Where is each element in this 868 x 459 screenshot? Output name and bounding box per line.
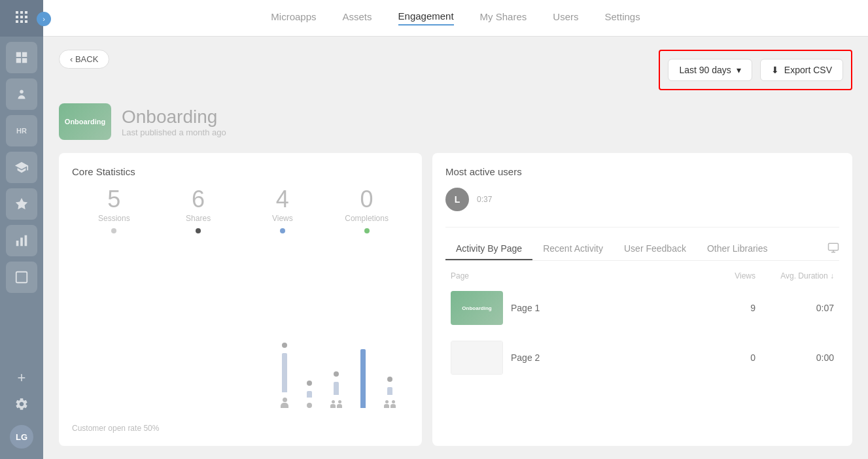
person-1 [281, 398, 288, 408]
dot-2 [307, 381, 312, 386]
app-thumbnail-text: Onboarding [65, 118, 105, 126]
chart-col-5 [384, 246, 396, 408]
page-thumbnail-1: Onboarding [451, 291, 503, 325]
header-controls: Last 90 days ▾ ⬇ Export CSV [659, 50, 852, 90]
export-label: Export CSV [784, 65, 832, 75]
sidebar-item-analytics[interactable] [6, 225, 37, 256]
most-active-title: Most active users [445, 166, 839, 177]
sessions-dot [111, 228, 116, 233]
stat-completions: 0 Completions [324, 188, 409, 233]
section-divider [445, 227, 839, 228]
shares-label: Shares [156, 214, 241, 223]
sessions-value: 5 [72, 188, 156, 211]
svg-rect-13 [16, 272, 27, 283]
sidebar-item-people[interactable] [6, 78, 37, 110]
tab-user-feedback[interactable]: User Feedback [614, 238, 697, 260]
persons-5 [384, 400, 396, 408]
svg-rect-6 [16, 20, 18, 23]
bar-chart [72, 246, 409, 408]
shares-dot [196, 228, 201, 233]
date-range-dropdown[interactable]: Last 90 days ▾ [668, 59, 752, 81]
app-title-info: Onboarding Last published a month ago [122, 107, 226, 137]
chart-col-3 [330, 246, 342, 408]
add-icon[interactable]: + [18, 369, 26, 386]
core-stats-title: Core Statistics [72, 166, 409, 177]
chart-col-1 [281, 246, 288, 408]
page-duration-2: 0:00 [755, 352, 834, 363]
nav-items: Microapps Assets Engagement My Shares Us… [271, 10, 640, 26]
user-avatar-l: L [445, 188, 469, 211]
svg-rect-0 [16, 11, 18, 14]
nav-myshares[interactable]: My Shares [480, 11, 527, 25]
views-value: 4 [241, 188, 325, 211]
nav-settings[interactable]: Settings [604, 11, 640, 25]
dot-5 [387, 377, 392, 382]
core-statistics-panel: Core Statistics 5 Sessions 6 Shares 4 [59, 153, 422, 446]
chart-bars-container [268, 246, 409, 408]
page-name-2: Page 2 [511, 352, 703, 363]
svg-rect-7 [20, 20, 23, 23]
user-avatar[interactable]: LG [10, 425, 33, 449]
col-views: Views [703, 271, 755, 280]
col-avg-duration: Avg. Duration ↓ [755, 271, 834, 280]
svg-rect-1 [20, 11, 23, 14]
app-published: Last published a month ago [122, 128, 226, 137]
svg-rect-8 [25, 20, 27, 23]
sidebar-item-hr[interactable]: HR [6, 115, 37, 146]
app-thumbnail: Onboarding [59, 103, 111, 140]
svg-rect-10 [16, 241, 19, 246]
persons-3 [330, 400, 342, 408]
tab-other-libraries[interactable]: Other Libraries [697, 238, 778, 260]
chevron-right-icon: › [43, 15, 45, 23]
tab-recent-activity[interactable]: Recent Activity [532, 238, 614, 260]
table-row: Page 2 0 0:00 [445, 335, 839, 380]
table-header: Page Views Avg. Duration ↓ [445, 269, 839, 283]
completions-value: 0 [324, 188, 409, 211]
page-content: ‹ BACK Last 90 days ▾ ⬇ Export CSV Onboa… [43, 37, 868, 459]
blank-thumb [451, 341, 503, 375]
stat-shares: 6 Shares [156, 188, 241, 233]
stats-row: 5 Sessions 6 Shares 4 Views [72, 188, 409, 233]
sidebar-item-dashboard[interactable] [6, 42, 37, 73]
bar-2 [307, 391, 312, 398]
svg-rect-12 [25, 235, 27, 246]
svg-point-9 [20, 90, 24, 94]
settings-icon[interactable] [14, 397, 29, 415]
col-page: Page [451, 271, 703, 280]
nav-assets[interactable]: Assets [343, 11, 372, 25]
sidebar-expand-button[interactable]: › [37, 12, 51, 26]
two-column-layout: Core Statistics 5 Sessions 6 Shares 4 [59, 153, 852, 446]
nav-microapps[interactable]: Microapps [271, 11, 316, 25]
back-button[interactable]: ‹ BACK [59, 50, 109, 69]
logo-icon [14, 9, 29, 28]
tab-activity-by-page[interactable]: Activity By Page [445, 238, 532, 260]
page-thumbnail-2 [451, 341, 503, 375]
stat-views: 4 Views [241, 188, 325, 233]
svg-rect-5 [25, 16, 27, 18]
sidebar-bottom: + LG [10, 369, 33, 459]
avatar-initials: LG [16, 432, 27, 442]
page-header-row: ‹ BACK Last 90 days ▾ ⬇ Export CSV [59, 50, 852, 90]
sidebar-item-learning[interactable] [6, 152, 37, 183]
svg-rect-2 [25, 11, 27, 14]
sidebar-item-box[interactable] [6, 262, 37, 293]
svg-rect-14 [829, 243, 839, 250]
user-time: 0:37 [477, 195, 492, 204]
dot-1 [282, 343, 287, 348]
user-row: L 0:37 [445, 188, 839, 211]
views-label: Views [241, 214, 325, 223]
page-views-2: 0 [703, 352, 755, 363]
export-csv-button[interactable]: ⬇ Export CSV [760, 59, 843, 81]
main-content: Microapps Assets Engagement My Shares Us… [43, 0, 868, 459]
views-dot [280, 228, 285, 233]
nav-engagement[interactable]: Engagement [398, 10, 454, 26]
bar-3 [334, 382, 339, 395]
sessions-label: Sessions [72, 214, 156, 223]
sidebar-item-star[interactable] [6, 188, 37, 220]
page-views-1: 9 [703, 303, 755, 313]
table-row: Onboarding Page 1 9 0:07 [445, 286, 839, 330]
completions-dot [364, 228, 370, 233]
chart-col-2 [307, 246, 312, 408]
monitor-icon[interactable] [827, 242, 839, 256]
nav-users[interactable]: Users [553, 11, 578, 25]
